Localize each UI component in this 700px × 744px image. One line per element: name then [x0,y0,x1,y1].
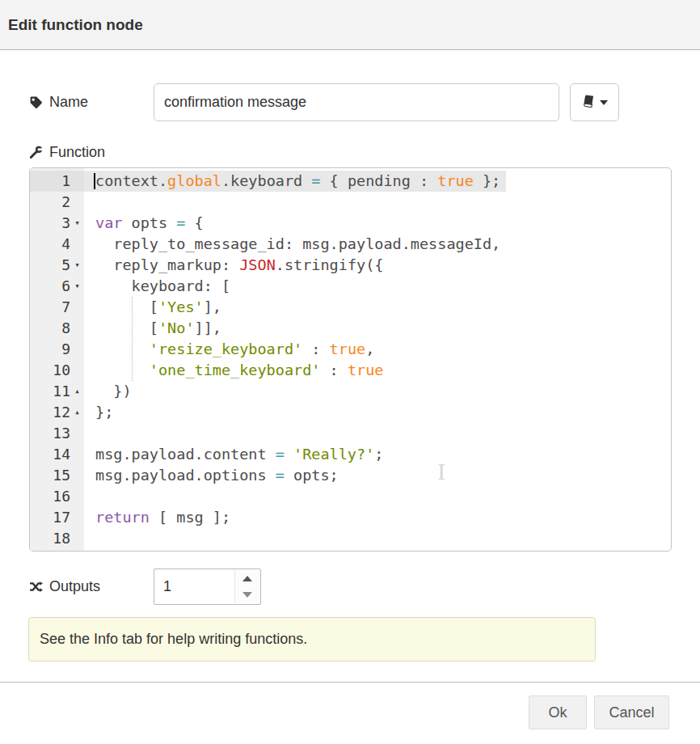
outputs-label-text: Outputs [49,578,100,595]
fold-spacer [70,486,84,507]
code-line[interactable]: 13 [30,423,671,444]
code-line[interactable]: 7 ['Yes'], [30,297,671,318]
code-text: reply_to_message_id: msg.payload.message… [84,234,500,255]
code-line[interactable]: 11▴ }) [30,381,671,402]
code-text: }) [84,381,132,402]
caret-down-icon [600,100,608,105]
code-line[interactable]: 9 'resize_keyboard' : true, [30,339,671,360]
line-number: 4 [30,234,70,255]
name-label: Name [29,94,154,111]
spinner-buttons [234,570,259,603]
fold-spacer [70,423,84,444]
spinner-up-icon [242,576,252,581]
code-line[interactable]: 15msg.payload.options = opts; [30,465,671,486]
code-line[interactable]: 3▾var opts = { [30,213,671,234]
fold-spacer [70,507,84,528]
indent-guide [132,297,133,381]
line-number: 2 [30,192,70,213]
fold-open-icon[interactable]: ▾ [70,276,84,297]
fold-spacer [70,171,84,192]
code-text: return [ msg ]; [84,507,230,528]
fold-spacer [70,528,84,549]
library-button[interactable] [570,83,619,121]
code-text: msg.payload.options = opts; [84,465,339,486]
code-line[interactable]: 18 [30,528,671,549]
outputs-spinner [154,569,261,605]
book-icon [582,95,595,110]
code-line[interactable]: 1context.global.keyboard = { pending : t… [30,171,671,192]
code-line[interactable]: 12▴}; [30,402,671,423]
cancel-button[interactable]: Cancel [594,695,669,729]
line-number: 17 [30,507,70,528]
line-number: 14 [30,444,70,465]
code-text [84,423,95,444]
code-text: context.global.keyboard = { pending : tr… [84,171,506,192]
wrench-icon [29,146,43,159]
fold-spacer [70,318,84,339]
code-text [84,192,95,213]
spinner-down-button[interactable] [235,587,259,604]
editor-caret [94,173,95,189]
line-number: 7 [30,297,70,318]
code-line[interactable]: 5▾ reply_markup: JSON.stringify({ [30,255,671,276]
info-tip: See the Info tab for help writing functi… [28,617,596,662]
code-line[interactable]: 6▾ keyboard: [ [30,276,671,297]
line-number: 16 [30,486,70,507]
code-line[interactable]: 16 [30,486,671,507]
line-number: 8 [30,318,70,339]
fold-spacer [70,234,84,255]
code-line[interactable]: 8 ['No']], [30,318,671,339]
code-text: var opts = { [84,213,204,234]
line-number: 9 [30,339,70,360]
code-text: }; [84,402,113,423]
fold-open-icon[interactable]: ▾ [70,255,84,276]
line-number: 1 [30,171,70,192]
code-line[interactable]: 4 reply_to_message_id: msg.payload.messa… [30,234,671,255]
outputs-label: Outputs [29,578,154,595]
outputs-input[interactable] [154,569,240,604]
name-input[interactable] [154,83,559,121]
code-text: ['Yes'], [84,297,221,318]
fold-spacer [70,297,84,318]
code-text: 'one_time_keyboard' : true [84,360,383,381]
code-text: reply_markup: JSON.stringify({ [84,255,383,276]
line-number: 15 [30,465,70,486]
fold-close-icon[interactable]: ▴ [70,381,84,402]
spinner-up-button[interactable] [235,570,259,587]
ok-button[interactable]: Ok [529,695,587,729]
outputs-row: Outputs [29,569,671,605]
code-text [84,486,95,507]
code-line[interactable]: 17return [ msg ]; [30,507,671,528]
line-number: 18 [30,528,70,549]
code-editor[interactable]: 1context.global.keyboard = { pending : t… [29,167,672,552]
code-line[interactable]: 14msg.payload.content = 'Really?'; [30,444,671,465]
code-text [84,528,95,549]
name-row: Name [29,83,671,121]
line-number: 11 [30,381,70,402]
fold-spacer [70,444,84,465]
code-text: 'resize_keyboard' : true, [84,339,374,360]
code-line[interactable]: 2 [30,192,671,213]
fold-spacer [70,465,84,486]
line-number: 13 [30,423,70,444]
line-number: 10 [30,360,70,381]
tag-icon [29,95,43,109]
line-number: 6 [30,276,70,297]
fold-spacer [70,360,84,381]
fold-open-icon[interactable]: ▾ [70,213,84,234]
code-lines: 1context.global.keyboard = { pending : t… [30,168,671,549]
name-label-text: Name [49,94,88,111]
function-label-row: Function [29,142,671,162]
line-number: 3 [30,213,70,234]
spinner-down-icon [242,592,252,598]
code-text: keyboard: [ [84,276,230,297]
line-number: 5 [30,255,70,276]
code-line[interactable]: 10 'one_time_keyboard' : true [30,360,671,381]
function-label: Function [29,144,154,161]
shuffle-icon [29,580,43,594]
fold-spacer [70,339,84,360]
code-text: ['No']], [84,318,221,339]
line-number: 12 [30,402,70,423]
fold-close-icon[interactable]: ▴ [70,402,84,423]
code-text: msg.payload.content = 'Really?'; [84,444,383,465]
